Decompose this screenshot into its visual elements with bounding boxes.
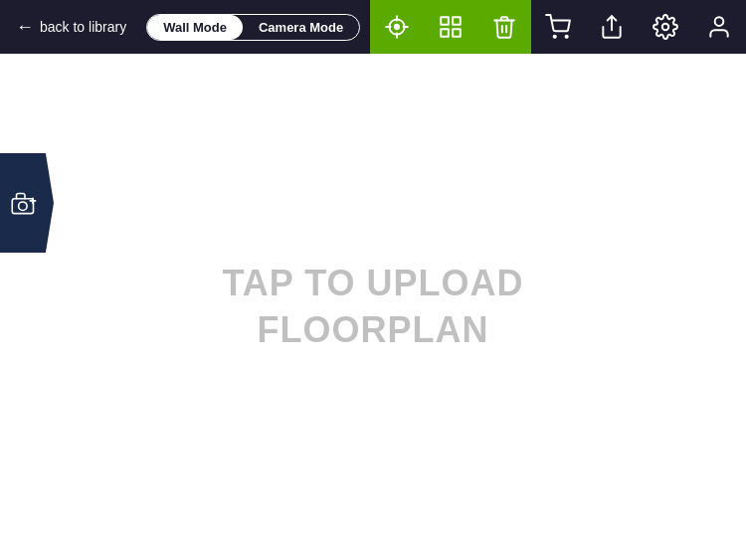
upload-text-line2: FLOORPLAN <box>222 307 523 354</box>
header: ← back to library Wall Mode Camera Mode <box>0 0 746 54</box>
profile-button[interactable] <box>692 0 746 54</box>
mode-toggle: Wall Mode Camera Mode <box>146 14 360 41</box>
svg-rect-7 <box>453 17 461 25</box>
svg-point-14 <box>715 17 724 26</box>
header-icons <box>370 0 746 54</box>
share-icon <box>599 14 625 40</box>
gear-icon <box>653 14 678 40</box>
share-button[interactable] <box>585 0 639 54</box>
svg-point-16 <box>19 202 28 211</box>
cart-icon <box>545 14 571 40</box>
cart-button[interactable] <box>531 0 585 54</box>
main-content[interactable]: TAP TO UPLOAD FLOORPLAN <box>0 54 746 560</box>
crosshair-icon <box>384 14 410 40</box>
camera-mode-button[interactable]: Camera Mode <box>243 15 359 40</box>
camera-icon <box>8 186 42 220</box>
trash-button[interactable] <box>477 0 531 54</box>
upload-text-line1: TAP TO UPLOAD <box>222 261 523 307</box>
svg-point-5 <box>395 25 399 29</box>
svg-rect-6 <box>441 17 449 25</box>
svg-point-11 <box>566 36 568 38</box>
grid-icon <box>438 14 464 40</box>
back-button[interactable]: ← back to library <box>0 17 142 38</box>
wall-mode-button[interactable]: Wall Mode <box>147 15 243 40</box>
svg-point-13 <box>662 24 669 31</box>
crosshair-button[interactable] <box>370 0 424 54</box>
back-arrow-icon: ← <box>16 17 34 38</box>
back-label: back to library <box>40 19 126 35</box>
settings-button[interactable] <box>639 0 692 54</box>
profile-icon <box>706 14 732 40</box>
grid-button[interactable] <box>424 0 477 54</box>
trash-icon <box>491 14 517 40</box>
add-camera-button[interactable] <box>0 153 54 253</box>
upload-prompt[interactable]: TAP TO UPLOAD FLOORPLAN <box>222 261 523 354</box>
svg-rect-9 <box>453 29 461 37</box>
svg-point-10 <box>554 36 556 38</box>
svg-rect-8 <box>441 29 449 37</box>
